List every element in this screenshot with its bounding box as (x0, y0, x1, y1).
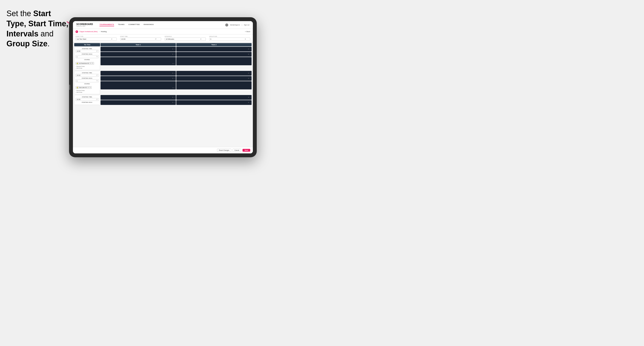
slot-edit-btn[interactable]: ○ (174, 63, 175, 65)
tablet-frame: SCOREBOARD Powered by clippd TOURNAMENTS… (69, 17, 257, 157)
slot-edit-btn[interactable]: ○ (250, 78, 251, 79)
slot-edit-btn[interactable]: ○ (250, 102, 251, 103)
slot-x-btn[interactable]: ✕ (172, 53, 174, 55)
nav-tournaments[interactable]: TOURNAMENTS (100, 23, 114, 26)
slot-x-btn[interactable]: ✕ (248, 48, 249, 50)
slot-edit-btn[interactable]: ○ (250, 53, 251, 55)
intervals-select[interactable]: 10 Minutes ▾ (164, 37, 206, 41)
nav-bar: SCOREBOARD Powered by clippd TOURNAMENTS… (73, 21, 253, 29)
slot-edit-btn[interactable]: ○ (174, 102, 175, 103)
tee-time-panel-1: STARTING TIME: 10:00 ⏱ STARTING HOLE: 1 … (74, 47, 100, 70)
sign-out-link[interactable]: Sign out (244, 24, 250, 26)
slot-controls: ✕ ○ (172, 78, 175, 79)
slot-edit-btn[interactable]: ○ (250, 97, 251, 98)
slot-edit-btn[interactable]: ○ (174, 78, 175, 79)
nav-committee[interactable]: COMMITTEE (128, 23, 140, 26)
starting-time-input-1[interactable]: 10:00 ⏱ (76, 50, 99, 53)
save-button[interactable]: Save (242, 149, 250, 152)
starting-time-label-2: STARTING TIME: (76, 72, 99, 73)
start-type-value: 1st Tee Start (76, 38, 86, 40)
slot-x-btn[interactable]: ✕ (172, 72, 174, 74)
th-tee-time: Tee Time (74, 43, 100, 46)
slot-x-btn[interactable]: ✕ (172, 78, 174, 79)
course-icon-2: ⛳ (76, 87, 78, 88)
tee-time-panel-2: STARTING TIME: 10:10 ⏱ STARTING HOLE: 1 … (74, 71, 100, 94)
clippd-logo: C (76, 30, 78, 33)
slot-controls: ✕ ○ (248, 102, 251, 103)
add-group-btn-2[interactable]: + Add Group (76, 92, 99, 93)
reset-changes-button[interactable]: Reset Changes (217, 149, 231, 152)
course-remove-2[interactable]: ✕ (88, 87, 89, 88)
course-icon-1: ⛳ (76, 62, 78, 64)
footer-bar: Reset Changes Cancel Save (73, 147, 253, 153)
slot-x-btn[interactable]: ✕ (172, 102, 174, 103)
starting-hole-label-1: STARTING HOLE: (76, 53, 99, 55)
slot-controls: ✕ ○ (248, 97, 251, 98)
starting-hole-value-1: 1 (76, 56, 78, 57)
slot-x-btn[interactable]: ✕ (248, 78, 249, 79)
course-name-1: (A) Peachtree GC (79, 63, 89, 64)
starting-hole-input-1[interactable]: 1 ⇅ (76, 55, 99, 58)
player-slot-empty (176, 81, 252, 89)
slot-edit-btn[interactable]: ○ (174, 72, 175, 74)
start-time-select[interactable]: 10:00 ⏱ (120, 37, 162, 41)
start-type-field: Start Type 1st Tee Start ▾ (76, 36, 117, 41)
course-remove-1[interactable]: ✕ (90, 62, 91, 64)
slot-edit-btn[interactable]: ○ (174, 53, 175, 55)
groups-container: STARTING TIME: 10:00 ⏱ STARTING HOLE: 1 … (73, 47, 253, 105)
team1-col-1: ✕ ○ ✕ ○ ✕ (100, 47, 176, 70)
start-type-select[interactable]: 1st Tee Start ▾ (76, 37, 117, 41)
breadcrumb-tournament[interactable]: Clippd Invitational (Mar) (80, 31, 98, 32)
logo-text: SCOREBOARD (76, 23, 93, 25)
group-size-value: 3 (210, 38, 211, 40)
player-slot: ✕ ○ (100, 47, 176, 51)
slot-x-btn[interactable]: ✕ (248, 72, 249, 74)
slot-x-btn[interactable]: ✕ (172, 63, 174, 65)
player-slot-empty: ✕ ○ (100, 81, 176, 89)
nav-items: TOURNAMENTS TEAMS COMMITTEE RANKINGS (100, 23, 221, 26)
nav-rankings[interactable]: RANKINGS (144, 23, 154, 26)
starting-time-input-3[interactable]: 10:20 ⏱ (76, 98, 99, 101)
course-edit-2[interactable]: ✎ (90, 87, 91, 88)
starting-hole-input-2[interactable]: 1 ⇅ (76, 79, 99, 82)
slot-x-btn[interactable]: ✕ (248, 53, 249, 55)
course-tag-1: ⛳ (A) Peachtree GC ✕ ✎ (76, 62, 94, 65)
player-slot-empty: ✕ ○ (100, 57, 176, 65)
slot-edit-btn[interactable]: ○ (174, 97, 175, 98)
slot-edit-btn[interactable]: ○ (250, 72, 251, 74)
table-row: STARTING TIME: 10:10 ⏱ STARTING HOLE: 1 … (74, 71, 252, 94)
slot-controls: ✕ ○ (248, 72, 251, 74)
slot-controls: ✕ ○ (248, 48, 251, 50)
group-size-field: Group Size 3 ▾ (209, 36, 250, 41)
remove-group-btn-1[interactable]: ○ Remove Group (76, 66, 99, 67)
back-button[interactable]: < Back (245, 31, 250, 32)
intervals-arrow: ▾ (200, 38, 201, 40)
remove-group-btn-2[interactable]: ○ Remove Group (76, 90, 99, 91)
slot-x-btn[interactable]: ✕ (248, 102, 249, 103)
group-size-select[interactable]: 3 ▾ (209, 37, 250, 41)
slot-x-btn[interactable]: ✕ (172, 48, 174, 50)
tablet-screen: SCOREBOARD Powered by clippd TOURNAMENTS… (73, 21, 253, 153)
slot-x-btn[interactable]: ✕ (172, 87, 174, 89)
slot-edit-btn[interactable]: ○ (174, 48, 175, 50)
main-content: Tee Time Team 1 Team 2 STARTING TIME: 10… (73, 42, 253, 147)
slot-x-btn[interactable]: ✕ (172, 97, 174, 98)
group-actions-2: ○ Remove Group + Add Group (76, 90, 99, 93)
slot-x-btn[interactable]: ✕ (248, 97, 249, 98)
team2-col-1: ✕ ○ ✕ ○ (176, 47, 252, 70)
time-icon-1: ⏱ (96, 50, 98, 52)
slot-edit-btn[interactable]: ○ (250, 48, 251, 50)
team1-col-3: ✕ ○ ✕ ○ (100, 95, 176, 105)
starting-time-input-2[interactable]: 10:10 ⏱ (76, 74, 99, 77)
tee-time-panel-3: STARTING TIME: 10:20 ⏱ STARTING HOLE: (74, 95, 100, 105)
add-group-btn-1[interactable]: + Add Group (76, 67, 99, 69)
player-slot: ✕ ○ (176, 47, 252, 51)
breadcrumb-bar: C Clippd Invitational (Mar) › Hosting < … (73, 29, 253, 34)
nav-teams[interactable]: TEAMS (118, 23, 125, 26)
nav-right: blair@clippd.io | Sign out (225, 23, 250, 26)
hole-arrows-1: ⇅ (96, 56, 98, 57)
slot-edit-btn[interactable]: ○ (174, 87, 175, 89)
cancel-button[interactable]: Cancel (232, 149, 241, 152)
player-slot: ✕ ○ (176, 76, 252, 81)
course-edit-1[interactable]: ✎ (92, 62, 93, 64)
